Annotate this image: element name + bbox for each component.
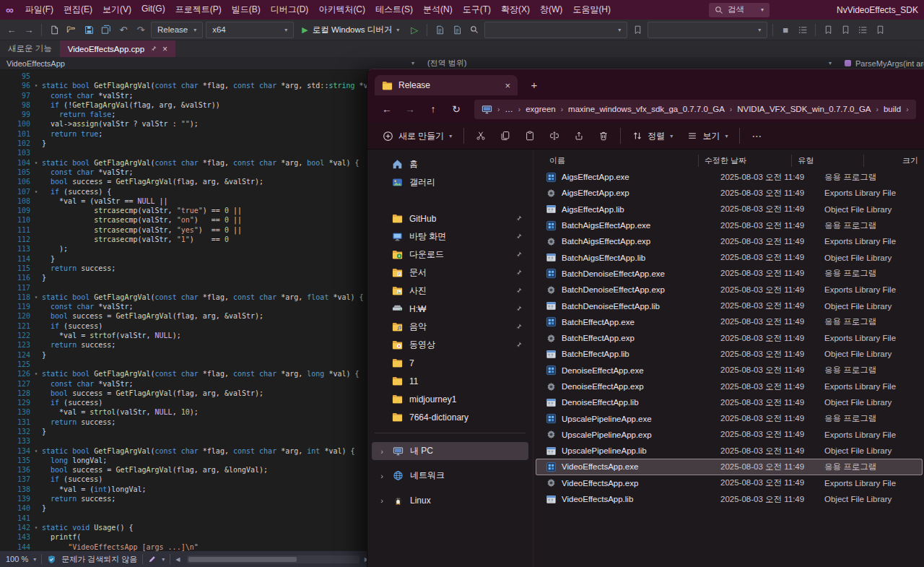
bookmark-list-icon[interactable] (855, 22, 870, 37)
breakpoint-margin[interactable] (0, 485, 12, 494)
file-row[interactable]: DenoiseEffectApp.exe2025-08-03 오전 11:49응… (536, 363, 923, 378)
scrollbar-thumb[interactable] (188, 557, 297, 562)
breakpoint-margin[interactable] (0, 72, 12, 81)
file-row[interactable]: BatchDenoiseEffectApp.exp2025-08-03 오전 1… (536, 282, 923, 298)
breakpoint-margin[interactable] (0, 254, 12, 264)
redo-icon[interactable]: ↷ (134, 22, 148, 37)
breadcrumb[interactable]: ›…›exgreen›maxine_windows_vfx_sdk_ga_0.7… (474, 100, 916, 119)
breakpoint-margin[interactable] (0, 360, 12, 369)
new-tab-button[interactable]: + (525, 75, 544, 94)
breakpoint-margin[interactable] (0, 389, 12, 398)
breakpoint-margin[interactable] (0, 542, 12, 551)
menu-project[interactable]: 프로젝트(P) (170, 1, 227, 19)
view-button[interactable]: 보기 ▾ (681, 126, 734, 147)
breakpoint-margin[interactable] (0, 456, 12, 465)
undo-icon[interactable]: ↶ (116, 22, 131, 37)
breadcrumb-item[interactable]: maxine_windows_vfx_sdk_ga_0.7.7.0_GA (568, 105, 725, 113)
sidebar-item-this-pc[interactable]: ›내 PC (372, 442, 528, 460)
copy-icon[interactable] (494, 125, 517, 147)
up-button[interactable]: ↑ (422, 99, 444, 119)
problems-status[interactable]: 문제가 검색되지 않음 (61, 554, 137, 565)
breakpoint-margin[interactable] (0, 523, 12, 532)
breakpoint-margin[interactable] (0, 139, 12, 148)
breakpoint-margin[interactable] (0, 398, 12, 407)
platform-dropdown[interactable]: x64 ▾ (206, 22, 294, 38)
scroll-left-icon[interactable]: ◀ (175, 556, 180, 563)
sidebar-item-home[interactable]: 홈 (372, 155, 528, 173)
column-header-size[interactable]: 크기 (864, 155, 924, 167)
sidebar-item-folder-11[interactable]: 11 (372, 372, 528, 390)
breakpoint-margin[interactable] (0, 215, 12, 225)
breakpoint-margin[interactable] (0, 206, 12, 215)
more-options-icon[interactable]: ⋯ (745, 125, 768, 147)
menu-view[interactable]: 보기(V) (97, 1, 136, 19)
file-row[interactable]: AigsEffectApp.exe2025-08-03 오전 11:49응용 프… (536, 169, 923, 185)
file-row[interactable]: UpscalePipelineApp.exe2025-08-03 오전 11:4… (536, 410, 923, 426)
cut-icon[interactable] (469, 125, 492, 147)
sidebar-item-desktop[interactable]: 바탕 화면 (372, 228, 528, 246)
menu-file[interactable]: 파일(F) (20, 1, 58, 19)
start-debug-button[interactable]: ▶ 로컬 Windows 디버거 ▾ (297, 22, 404, 38)
file-row[interactable]: UpscalePipelineApp.exp2025-08-03 오전 11:4… (536, 427, 923, 443)
breakpoint-margin[interactable] (0, 196, 12, 206)
sidebar-item-documents[interactable]: 문서 (372, 264, 528, 282)
breakpoint-margin[interactable] (0, 158, 12, 168)
breakpoint-margin[interactable] (0, 532, 12, 542)
sort-button[interactable]: 정렬 ▾ (626, 126, 679, 147)
breakpoint-margin[interactable] (0, 235, 12, 244)
file-row[interactable]: AigsEffectApp.exp2025-08-03 오전 11:49Expo… (536, 185, 923, 201)
forward-button[interactable]: → (399, 99, 421, 119)
file-row[interactable]: BatchAigsEffectApp.exp2025-08-03 오전 11:4… (536, 233, 923, 249)
sidebar-item-github[interactable]: GitHub (372, 209, 528, 228)
tab-close-icon[interactable]: × (162, 45, 167, 53)
breakpoint-margin[interactable] (0, 119, 12, 129)
sidebar-item-7664-dictionary[interactable]: 7664-dictionary (372, 408, 528, 426)
fold-marker-icon[interactable]: ▾ (30, 293, 42, 302)
new-file-icon[interactable] (47, 22, 61, 37)
solution-config-dropdown[interactable]: Release ▾ (151, 22, 203, 38)
sidebar-item-downloads[interactable]: 다운로드 (372, 246, 528, 264)
paste-icon[interactable] (518, 125, 541, 147)
breakpoint-margin[interactable] (0, 427, 12, 436)
menu-window[interactable]: 창(W) (535, 1, 567, 19)
breakpoint-margin[interactable] (0, 369, 12, 378)
toolbar-icon[interactable] (432, 22, 447, 37)
horizontal-scrollbar[interactable] (187, 555, 359, 563)
rename-icon[interactable] (543, 125, 566, 147)
breakpoint-margin[interactable] (0, 225, 12, 235)
breakpoint-margin[interactable] (0, 340, 12, 350)
bookmark-icon[interactable] (838, 22, 853, 37)
toolbar-icon[interactable] (630, 22, 645, 37)
sidebar-item-network[interactable]: ›네트워크 (372, 467, 528, 485)
file-row[interactable]: VideoEffectsApp.lib2025-08-03 오전 11:49Ob… (536, 491, 923, 507)
navbar-member-dropdown[interactable]: ParseMyArgs(int argc, char ** argv) (838, 57, 924, 69)
breakpoint-margin[interactable] (0, 514, 12, 523)
breadcrumb-item[interactable]: exgreen (526, 105, 556, 113)
breakpoint-margin[interactable] (0, 264, 12, 273)
open-file-icon[interactable] (64, 22, 79, 37)
breakpoint-margin[interactable] (0, 311, 12, 321)
file-row[interactable]: UpscalePipelineApp.lib2025-08-03 오전 11:4… (536, 443, 923, 459)
breakpoint-margin[interactable] (0, 293, 12, 302)
file-row[interactable]: BatchDenoiseEffectApp.exe2025-08-03 오전 1… (536, 266, 923, 282)
breakpoint-margin[interactable] (0, 503, 12, 513)
file-row[interactable]: BatchAigsEffectApp.lib2025-08-03 오전 11:4… (536, 249, 923, 265)
menu-git[interactable]: Git(G) (136, 1, 170, 19)
editor-tab-videoeffectsapp-cpp[interactable]: VideoEffectsApp.cpp× (60, 40, 175, 57)
breakpoint-margin[interactable] (0, 436, 12, 446)
breakpoint-margin[interactable] (0, 350, 12, 360)
sidebar-item-music[interactable]: 음악 (372, 318, 528, 336)
breadcrumb-item[interactable]: NVIDIA_VFX_SDK_win_0.7.7.0_GA (737, 105, 871, 113)
file-row[interactable]: BatchAigsEffectApp.exe2025-08-03 오전 11:4… (536, 217, 923, 233)
breakpoint-margin[interactable] (0, 475, 12, 484)
breakpoint-margin[interactable] (0, 81, 12, 90)
toolbar-icon[interactable] (796, 22, 810, 37)
sidebar-item-midjourney1[interactable]: midjourney1 (372, 390, 528, 408)
breakpoint-margin[interactable] (0, 321, 12, 331)
save-icon[interactable] (82, 22, 96, 37)
breadcrumb-item[interactable]: build (884, 105, 901, 113)
breakpoint-margin[interactable] (0, 465, 12, 475)
file-row[interactable]: DenoiseEffectApp.exp2025-08-03 오전 11:49E… (536, 378, 923, 394)
menu-test[interactable]: 테스트(S) (370, 1, 418, 19)
fold-marker-icon[interactable]: ▾ (30, 158, 42, 168)
